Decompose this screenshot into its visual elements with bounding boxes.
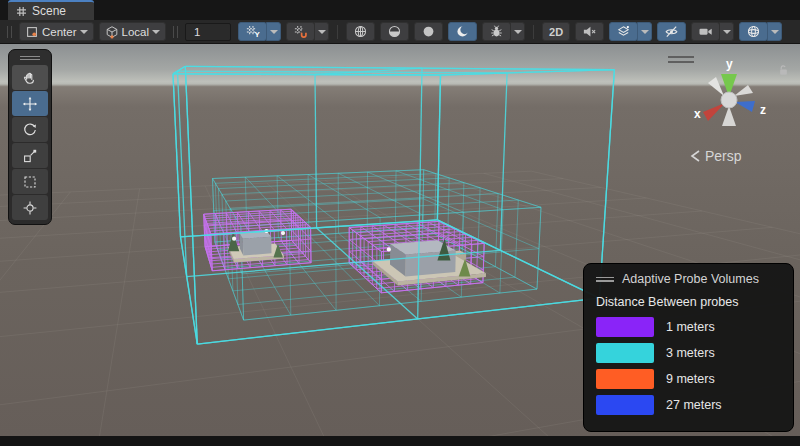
camera-settings-dropdown[interactable] (719, 22, 734, 41)
gizmo-center[interactable] (721, 92, 737, 108)
lock-icon[interactable] (777, 64, 790, 77)
toolbar-drag-handle[interactable] (7, 26, 12, 38)
scene-viewport[interactable]: y x z Persp Adaptive Probe Volumes Dista… (0, 44, 800, 436)
move-icon (22, 96, 38, 112)
unity-scene-window: Scene Center Local 1 (0, 0, 800, 446)
axis-y-label: y (726, 57, 733, 71)
orientation-gizmo-overlay: y x z Persp (664, 50, 792, 175)
rotate-tool[interactable] (12, 117, 48, 142)
projection-toggle[interactable]: Persp (690, 148, 742, 164)
toolbar-separator (337, 25, 338, 39)
2d-mode-button[interactable]: 2D (542, 22, 570, 41)
debug-dropdown[interactable] (510, 22, 525, 41)
chevron-down-icon (318, 30, 326, 34)
legend-label: 27 meters (666, 398, 722, 412)
tab-label: Scene (32, 4, 66, 18)
legend-swatch (596, 369, 654, 389)
chevron-down-icon (80, 30, 88, 34)
shading-mode-button[interactable] (346, 22, 375, 41)
move-tool[interactable] (12, 91, 48, 116)
rotate-icon (22, 122, 38, 138)
legend-swatch (596, 317, 654, 337)
pivot-mode-dropdown[interactable]: Center (19, 22, 94, 41)
toolbar-drag-handle[interactable] (173, 26, 178, 38)
projection-label: Persp (705, 148, 742, 164)
chevron-down-icon (152, 30, 160, 34)
legend-swatch (596, 395, 654, 415)
audio-sphere-button[interactable] (414, 22, 443, 41)
toolbar-separator (533, 25, 534, 39)
legend-row: 27 meters (596, 395, 781, 415)
tab-bar: Scene (0, 0, 800, 20)
lighting-toggle-button[interactable] (380, 22, 409, 41)
scene-toolbar: Center Local 1 Y (0, 20, 800, 44)
legend-label: 1 meters (666, 320, 715, 334)
2d-label: 2D (549, 26, 563, 38)
tab-scene[interactable]: Scene (8, 0, 94, 20)
skybox-toggle-button[interactable] (448, 22, 477, 41)
legend-row: 3 meters (596, 343, 781, 363)
debug-bug-button[interactable] (482, 22, 511, 41)
legend-swatch (596, 343, 654, 363)
chevron-down-icon (270, 30, 278, 34)
effects-toggle-button[interactable] (609, 22, 638, 41)
legend-row: 1 meters (596, 317, 781, 337)
chevron-left-icon (690, 150, 701, 162)
grid-visibility-button[interactable]: Y (238, 22, 267, 41)
chevron-down-icon (641, 30, 649, 34)
chevron-down-icon (771, 30, 779, 34)
pivot-icon (25, 25, 39, 39)
pivot-label: Center (42, 26, 77, 38)
grid-size-value: 1 (194, 26, 200, 38)
audio-mute-button[interactable] (575, 22, 604, 41)
effects-dropdown[interactable] (637, 22, 652, 41)
camera-settings-button[interactable] (691, 22, 720, 41)
legend-subtitle: Distance Between probes (596, 295, 781, 309)
axis-gizmo[interactable]: y x z (686, 56, 772, 142)
hand-icon (22, 70, 38, 86)
rect-tool[interactable] (12, 169, 48, 194)
tools-drag-handle[interactable] (12, 53, 48, 63)
legend-title: Adaptive Probe Volumes (622, 272, 759, 286)
cube-icon (105, 25, 119, 39)
legend-rows: 1 meters 3 meters 9 meters 27 meters (596, 317, 781, 415)
tools-overlay (8, 49, 52, 225)
grid-axis-dropdown[interactable] (266, 22, 281, 41)
scale-tool[interactable] (12, 143, 48, 168)
transform-tool[interactable] (12, 195, 48, 220)
snap-increment-button[interactable] (286, 22, 315, 41)
axis-z-label: z (760, 103, 766, 117)
view-hand-tool[interactable] (12, 65, 48, 90)
scale-icon (22, 148, 38, 164)
apv-legend-panel: Adaptive Probe Volumes Distance Between … (583, 263, 794, 432)
window-bottom-strip (0, 436, 800, 446)
transform-icon (22, 200, 38, 216)
svg-text:Y: Y (254, 30, 260, 39)
axis-x-label: x (694, 107, 701, 121)
snap-increment-dropdown[interactable] (314, 22, 329, 41)
gizmos-dropdown[interactable] (767, 22, 782, 41)
chevron-down-icon (723, 30, 731, 34)
legend-label: 3 meters (666, 346, 715, 360)
grid-size-input[interactable]: 1 (185, 23, 231, 41)
axis-z-cone[interactable] (735, 101, 755, 112)
legend-row: 9 meters (596, 369, 781, 389)
axis-x-cone[interactable] (703, 103, 725, 121)
legend-drag-handle[interactable] (596, 275, 614, 284)
chevron-down-icon (514, 30, 522, 34)
gizmos-toggle-button[interactable] (739, 22, 768, 41)
legend-label: 9 meters (666, 372, 715, 386)
scene-visibility-button[interactable] (657, 22, 686, 41)
grid-tab-icon (16, 6, 27, 17)
orientation-dropdown[interactable]: Local (99, 22, 167, 41)
orientation-label: Local (122, 26, 150, 38)
rect-icon (22, 174, 38, 190)
